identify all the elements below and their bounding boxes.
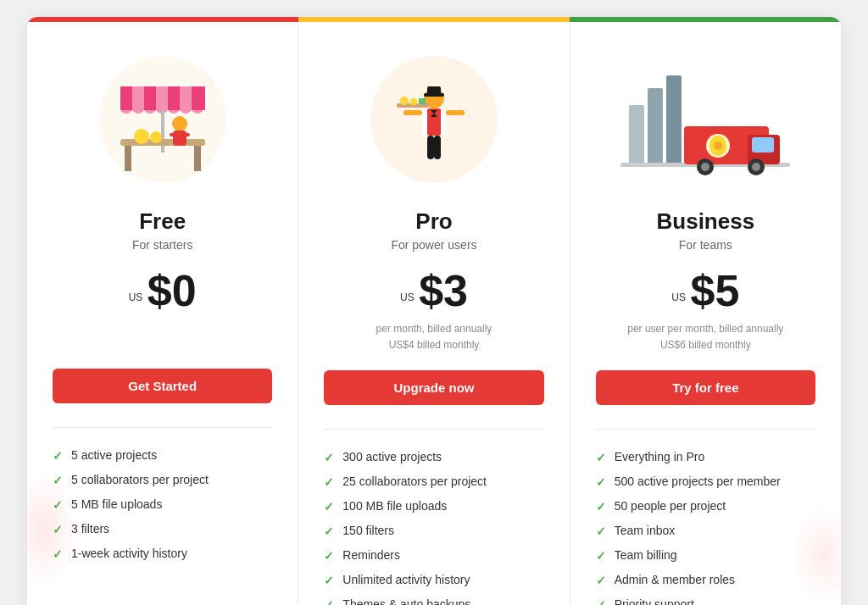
plan-free-amount: $0 [147,266,197,315]
svg-rect-26 [446,110,465,115]
plan-business-billing: per user per month, billed annually US$6… [596,321,815,353]
plan-illustration-free [53,47,272,191]
list-item: ✓Everything in Pro [596,450,815,464]
check-icon: ✓ [596,598,606,605]
list-item: ✓5 collaborators per project [53,473,272,487]
list-item: ✓500 active projects per member [596,475,815,489]
svg-rect-15 [170,133,176,136]
plan-business-features: ✓Everything in Pro ✓500 active projects … [596,450,815,605]
svg-point-46 [714,142,722,150]
list-item: ✓Team billing [596,548,815,563]
plan-pro: Pro For power users US $3 per month, bil… [298,22,570,605]
plan-free: Free For starters US $0 Get Started ✓5 a… [27,22,298,605]
svg-rect-7 [120,139,205,146]
plan-pro-billing: per month, billed annually US$4 billed m… [324,321,543,353]
svg-rect-6 [161,110,164,153]
pricing-wrapper: Free For starters US $0 Get Started ✓5 a… [27,17,841,605]
svg-point-29 [410,98,417,105]
plan-free-billing [53,321,272,352]
plan-pro-amount: $3 [419,266,468,315]
svg-rect-2 [120,86,132,110]
list-item: ✓5 MB file uploads [53,497,272,512]
plan-business: Business For teams US $5 per user per mo… [570,22,841,605]
plan-business-subtitle: For teams [596,238,815,252]
plan-business-divider [596,429,815,430]
list-item: ✓3 filters [53,522,272,536]
check-icon: ✓ [596,549,606,563]
svg-rect-25 [403,110,422,115]
plan-free-divider [53,427,272,428]
plan-pro-subtitle: For power users [324,238,543,252]
check-icon: ✓ [53,523,63,536]
svg-rect-32 [434,136,441,159]
list-item: ✓Reminders [324,548,543,563]
plan-free-price: US $0 [53,265,272,316]
check-icon: ✓ [53,449,63,463]
plan-free-button[interactable]: Get Started [53,369,272,403]
svg-rect-39 [752,137,774,153]
check-icon: ✓ [596,574,606,587]
plan-pro-divider [324,429,543,430]
plan-business-name: Business [596,208,815,235]
plan-business-button[interactable]: Try for free [596,370,815,405]
plan-illustration-pro [324,47,543,191]
plan-pro-features: ✓300 active projects ✓25 collaborators p… [324,450,543,605]
check-icon: ✓ [324,574,334,587]
plan-pro-name: Pro [324,208,543,235]
svg-rect-31 [427,136,434,159]
plan-business-amount: $5 [690,266,739,315]
svg-rect-34 [648,88,663,164]
svg-rect-16 [183,133,190,136]
list-item: ✓Team inbox [596,524,815,538]
check-icon: ✓ [324,525,334,538]
plan-pro-currency-sup: US [400,291,415,303]
check-icon: ✓ [53,474,63,487]
svg-point-43 [752,163,760,171]
list-item: ✓25 collaborators per project [324,475,543,489]
list-item: ✓150 filters [324,524,543,538]
svg-point-41 [701,163,709,171]
svg-rect-33 [629,105,644,164]
svg-rect-35 [666,75,682,164]
check-icon: ✓ [324,500,334,513]
check-icon: ✓ [596,475,606,489]
plan-free-features: ✓5 active projects ✓5 collaborators per … [53,448,272,561]
list-item: ✓5 active projects [53,448,272,463]
svg-rect-3 [144,86,156,110]
plan-free-name: Free [53,208,272,235]
plan-free-subtitle: For starters [53,238,272,252]
svg-point-28 [400,97,409,105]
check-icon: ✓ [324,598,334,605]
svg-rect-14 [173,130,186,146]
list-item: ✓300 active projects [324,450,543,464]
svg-rect-5 [192,86,205,110]
check-icon: ✓ [596,500,606,513]
plan-pro-button[interactable]: Upgrade now [324,370,543,405]
svg-rect-8 [125,146,131,171]
plan-pro-price: US $3 [324,265,543,316]
list-item: ✓50 people per project [596,499,815,513]
svg-rect-4 [168,86,180,110]
check-icon: ✓ [324,451,334,464]
svg-point-13 [172,116,187,131]
list-item: ✓Priority support [596,597,815,605]
list-item: ✓Themes & auto backups [324,597,543,605]
plan-business-currency-sup: US [671,291,686,303]
check-icon: ✓ [596,525,606,538]
list-item: ✓100 MB file uploads [324,499,543,513]
svg-rect-9 [194,146,201,171]
check-icon: ✓ [53,547,63,561]
check-icon: ✓ [596,451,606,464]
plan-business-price: US $5 [596,265,815,316]
svg-point-11 [150,131,162,143]
check-icon: ✓ [324,475,334,489]
svg-rect-20 [424,93,444,97]
list-item: ✓Unlimited activity history [324,573,543,587]
plan-free-currency-sup: US [129,291,143,303]
plans-container: Free For starters US $0 Get Started ✓5 a… [27,22,841,605]
list-item: ✓1-week activity history [53,547,272,561]
svg-rect-30 [419,98,426,104]
check-icon: ✓ [324,549,334,563]
list-item: ✓Admin & member roles [596,573,815,587]
svg-point-10 [134,129,149,144]
